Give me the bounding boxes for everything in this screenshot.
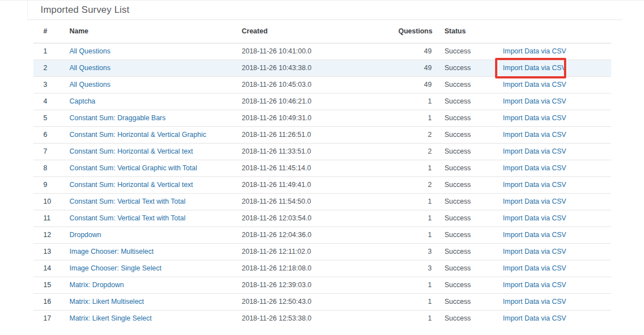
import-data-via-csv-link[interactable]: Import Data via CSV: [503, 114, 566, 122]
row-number-cell: 15: [33, 277, 69, 293]
survey-name-link[interactable]: Constant Sum: Horizontal & Vertical text: [69, 181, 193, 189]
survey-name-link[interactable]: All Questions: [69, 47, 111, 55]
survey-name-link[interactable]: Captcha: [69, 97, 96, 105]
action-cell: Import Data via CSV: [503, 43, 611, 60]
created-cell: 2018-11-26 12:50:43.0: [242, 293, 398, 310]
import-data-via-csv-link[interactable]: Import Data via CSV: [503, 81, 566, 88]
survey-name-cell: Constant Sum: Horizontal & Vertical text: [69, 176, 242, 193]
survey-name-link[interactable]: Constant Sum: Horizontal & Vertical Grap…: [69, 131, 206, 139]
table-row: 9 Constant Sum: Horizontal & Vertical te…: [33, 176, 611, 193]
questions-cell: 3: [398, 260, 432, 277]
status-cell: Success: [432, 260, 503, 277]
survey-name-cell: Image Chooser: Multiselect: [69, 243, 242, 260]
row-number-cell: 9: [33, 176, 69, 193]
action-cell: Import Data via CSV: [503, 126, 611, 143]
import-data-via-csv-link[interactable]: Import Data via CSV: [503, 198, 566, 205]
survey-name-cell: Constant Sum: Horizontal & Vertical Grap…: [69, 126, 242, 143]
table-row: 3 All Questions 2018-11-26 10:45:03.0 49…: [33, 76, 611, 93]
survey-name-cell: All Questions: [69, 76, 242, 93]
questions-cell: 1: [398, 293, 432, 310]
import-data-via-csv-link[interactable]: Import Data via CSV: [503, 47, 566, 55]
action-cell: Import Data via CSV: [503, 210, 611, 226]
import-data-via-csv-link[interactable]: Import Data via CSV: [503, 248, 566, 255]
import-data-via-csv-link[interactable]: Import Data via CSV: [503, 147, 566, 155]
survey-name-cell: All Questions: [69, 60, 242, 76]
survey-name-cell: Captcha: [69, 93, 242, 110]
survey-name-link[interactable]: Matrix: Likert Multiselect: [69, 298, 144, 306]
row-number-cell: 13: [33, 243, 69, 260]
questions-cell: 49: [398, 43, 432, 60]
table-row: 16 Matrix: Likert Multiselect 2018-11-26…: [33, 293, 611, 310]
action-cell: Import Data via CSV: [503, 293, 611, 310]
action-cell: Import Data via CSV: [503, 93, 611, 110]
import-data-via-csv-link[interactable]: Import Data via CSV: [503, 314, 566, 322]
table-row: 4 Captcha 2018-11-26 10:46:21.0 1 Succes…: [33, 93, 611, 110]
survey-name-link[interactable]: Matrix: Dropdown: [69, 281, 124, 289]
import-data-via-csv-link[interactable]: Import Data via CSV: [503, 281, 566, 289]
survey-name-cell: Image Chooser: Single Select: [69, 260, 242, 277]
import-data-via-csv-link[interactable]: Import Data via CSV: [503, 231, 566, 239]
page-title: Imported Survey List: [28, 4, 129, 16]
row-number-cell: 10: [33, 193, 69, 210]
row-number-cell: 5: [33, 110, 69, 126]
status-cell: Success: [432, 293, 503, 310]
import-data-via-csv-link[interactable]: Import Data via CSV: [503, 214, 566, 222]
created-cell: 2018-11-26 10:43:38.0: [242, 60, 398, 76]
page-header: Imported Survey List: [27, 1, 622, 20]
action-cell: Import Data via CSV: [503, 243, 611, 260]
survey-name-cell: Constant Sum: Vertical Graphic with Tota…: [69, 160, 242, 176]
column-header-status: Status: [432, 20, 503, 43]
created-cell: 2018-11-26 12:18:08.0: [242, 260, 398, 277]
created-cell: 2018-11-26 11:45:14.0: [242, 160, 398, 176]
survey-name-link[interactable]: Constant Sum: Draggable Bars: [69, 114, 166, 122]
status-cell: Success: [432, 243, 503, 260]
status-cell: Success: [432, 76, 503, 93]
created-cell: 2018-11-26 10:46:21.0: [242, 93, 398, 110]
survey-name-link[interactable]: All Questions: [69, 81, 111, 88]
survey-name-cell: Constant Sum: Vertical Text with Total: [69, 210, 242, 226]
row-number-cell: 17: [33, 310, 69, 327]
table-row: 5 Constant Sum: Draggable Bars 2018-11-2…: [33, 110, 611, 126]
questions-cell: 2: [398, 176, 432, 193]
survey-name-cell: All Questions: [69, 43, 242, 60]
status-cell: Success: [432, 176, 503, 193]
table-row: 17 Matrix: Likert Single Select 2018-11-…: [33, 310, 611, 327]
created-cell: 2018-11-26 12:04:36.0: [242, 226, 398, 243]
survey-name-link[interactable]: Constant Sum: Horizontal & Vertical text: [69, 147, 193, 155]
created-cell: 2018-11-26 11:26:51.0: [242, 126, 398, 143]
survey-name-link[interactable]: Image Chooser: Multiselect: [69, 248, 153, 255]
column-header-questions: Questions: [398, 20, 432, 43]
survey-name-link[interactable]: Matrix: Likert Single Select: [69, 314, 152, 322]
questions-cell: 49: [398, 76, 432, 93]
survey-name-cell: Matrix: Likert Single Select: [69, 310, 242, 327]
survey-name-link[interactable]: Constant Sum: Vertical Text with Total: [69, 198, 186, 205]
import-data-via-csv-link[interactable]: Import Data via CSV: [503, 97, 566, 105]
questions-cell: 1: [398, 110, 432, 126]
import-data-via-csv-link[interactable]: Import Data via CSV: [503, 131, 566, 139]
survey-name-link[interactable]: Image Chooser: Single Select: [69, 264, 161, 272]
row-number-cell: 1: [33, 43, 69, 60]
table-row: 13 Image Chooser: Multiselect 2018-11-26…: [33, 243, 611, 260]
column-header-action: [503, 20, 611, 43]
survey-name-link[interactable]: Constant Sum: Vertical Graphic with Tota…: [69, 164, 197, 172]
questions-cell: 2: [398, 126, 432, 143]
questions-cell: 1: [398, 210, 432, 226]
import-data-via-csv-link[interactable]: Import Data via CSV: [503, 264, 566, 272]
import-data-via-csv-link[interactable]: Import Data via CSV: [503, 64, 566, 72]
action-cell: Import Data via CSV: [503, 260, 611, 277]
status-cell: Success: [432, 210, 503, 226]
table-row: 12 Dropdown 2018-11-26 12:04:36.0 1 Succ…: [33, 226, 611, 243]
survey-name-cell: Constant Sum: Draggable Bars: [69, 110, 242, 126]
import-data-via-csv-link[interactable]: Import Data via CSV: [503, 298, 566, 306]
row-number-cell: 16: [33, 293, 69, 310]
action-cell: Import Data via CSV: [503, 143, 611, 160]
action-cell: Import Data via CSV: [503, 176, 611, 193]
import-data-via-csv-link[interactable]: Import Data via CSV: [503, 181, 566, 189]
action-cell: Import Data via CSV: [503, 60, 611, 76]
action-cell: Import Data via CSV: [503, 310, 611, 327]
survey-name-link[interactable]: Dropdown: [69, 231, 101, 239]
survey-name-link[interactable]: Constant Sum: Vertical Text with Total: [69, 214, 186, 222]
survey-name-link[interactable]: All Questions: [69, 64, 111, 72]
status-cell: Success: [432, 310, 503, 327]
import-data-via-csv-link[interactable]: Import Data via CSV: [503, 164, 566, 172]
